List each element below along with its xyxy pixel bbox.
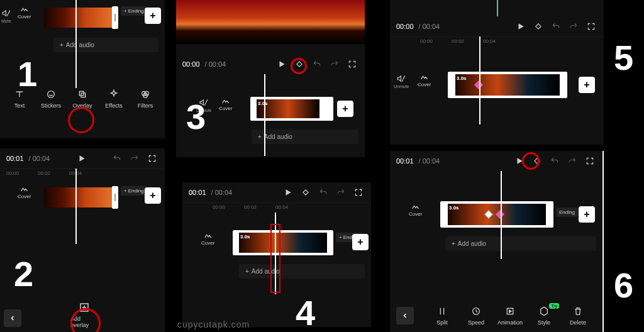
- video-clip[interactable]: [44, 8, 113, 28]
- redo-button[interactable]: [566, 155, 579, 167]
- add-clip-button[interactable]: +: [579, 77, 595, 93]
- redo-button[interactable]: [335, 186, 347, 199]
- plus-icon: +: [60, 42, 64, 48]
- playhead[interactable]: [264, 74, 265, 156]
- clip-handle-right[interactable]: [112, 186, 118, 209]
- tool-label: Stickers: [41, 102, 61, 109]
- time-duration: / 00:04: [211, 189, 233, 196]
- playhead[interactable]: [479, 36, 480, 124]
- tool-animation[interactable]: Animation: [496, 306, 524, 326]
- keyframe-button[interactable]: [531, 155, 543, 167]
- undo-button[interactable]: [317, 186, 330, 199]
- playbar-2: 00:01 / 00:04: [0, 148, 165, 169]
- tool-stickers[interactable]: Stickers: [37, 89, 65, 109]
- keyframe-button[interactable]: [532, 20, 545, 33]
- fullscreen-button[interactable]: [585, 20, 597, 33]
- playbar-4: 00:01 / 00:04: [182, 182, 371, 202]
- fullscreen-button[interactable]: [584, 155, 596, 167]
- mute-toggle[interactable]: Mute: [1, 9, 11, 23]
- panel-5: 00:00 / 00:04 00:00 00:02 00:04 Unmute C…: [390, 0, 604, 145]
- playhead[interactable]: [75, 0, 77, 88]
- redo-button[interactable]: [328, 58, 341, 70]
- fullscreen-button[interactable]: [352, 186, 365, 199]
- cover-button[interactable]: Cover: [219, 98, 232, 111]
- add-audio-button[interactable]: + Add audio: [53, 38, 158, 52]
- keyframe-button[interactable]: [299, 186, 312, 199]
- ruler-tick: 00:00: [6, 170, 19, 179]
- back-button[interactable]: [396, 307, 414, 324]
- cover-button[interactable]: Cover: [409, 204, 422, 217]
- step-number-1: 1: [18, 57, 37, 92]
- play-button[interactable]: [513, 155, 526, 167]
- redo-button[interactable]: [567, 20, 580, 33]
- fullscreen-button[interactable]: [346, 58, 358, 70]
- playhead[interactable]: [501, 171, 502, 259]
- undo-button[interactable]: [548, 155, 561, 167]
- tool-label: Animation: [497, 319, 523, 326]
- tool-speed[interactable]: Speed: [462, 306, 490, 326]
- playhead[interactable]: [275, 213, 276, 294]
- playbar-5: 00:00 / 00:04: [390, 16, 604, 36]
- undo-button[interactable]: [311, 58, 323, 70]
- clip-duration: 3.0s: [240, 234, 250, 240]
- video-preview[interactable]: [176, 0, 365, 44]
- add-clip-button[interactable]: +: [579, 206, 595, 223]
- play-button[interactable]: [75, 152, 88, 165]
- add-clip-button[interactable]: +: [145, 8, 161, 24]
- ruler-tick: 00:04: [275, 204, 288, 213]
- play-button[interactable]: [514, 20, 527, 33]
- tool-label: Text: [14, 102, 25, 109]
- tool-split[interactable]: Split: [428, 306, 456, 326]
- clip-duration: 3.0s: [457, 75, 467, 81]
- mute-label: Mute: [1, 19, 11, 23]
- play-button[interactable]: [275, 58, 288, 70]
- ending-button[interactable]: +Ending: [121, 6, 147, 16]
- fullscreen-button[interactable]: [146, 152, 158, 165]
- time-current: 00:00: [396, 23, 414, 30]
- step-number-2: 2: [14, 257, 33, 292]
- overlay-clip[interactable]: 3.0s: [448, 72, 567, 98]
- time-duration: / 00:04: [205, 60, 226, 68]
- tool-overlay[interactable]: Overlay: [69, 89, 96, 109]
- add-clip-button[interactable]: +: [352, 234, 369, 250]
- preview-playhead: [497, 0, 498, 16]
- cover-label: Cover: [201, 240, 214, 246]
- time-ruler-5[interactable]: 00:00 00:02 00:04: [390, 36, 604, 48]
- time-ruler-2[interactable]: 00:00 00:02 00:04: [0, 169, 165, 180]
- unmute-toggle[interactable]: Unmute: [394, 74, 409, 89]
- add-audio-label: Add audio: [458, 240, 486, 247]
- playhead[interactable]: [75, 169, 77, 244]
- cover-button[interactable]: Cover: [418, 74, 431, 87]
- ending-button[interactable]: +Ending: [121, 186, 147, 196]
- tool-filters[interactable]: Filters: [131, 89, 159, 109]
- ruler-tick: 00:02: [38, 170, 50, 179]
- unmute-label: Unmute: [394, 84, 409, 89]
- tool-delete[interactable]: Delete: [564, 306, 592, 326]
- svg-rect-8: [297, 62, 302, 67]
- redo-button[interactable]: [128, 152, 141, 165]
- add-audio-button[interactable]: + Add audio: [252, 130, 358, 144]
- add-overlay-button[interactable]: Add overlay: [70, 302, 98, 328]
- tool-effects[interactable]: Effects: [100, 89, 128, 109]
- add-clip-button[interactable]: +: [145, 187, 161, 204]
- ending-button[interactable]: Ending: [556, 208, 578, 217]
- add-audio-button[interactable]: + Add audio: [445, 236, 596, 251]
- cover-button[interactable]: Cover: [18, 186, 31, 199]
- play-button[interactable]: [282, 186, 294, 199]
- undo-button[interactable]: [111, 152, 123, 165]
- clip-handle-right[interactable]: [112, 6, 118, 29]
- tool-style[interactable]: StyleTry: [530, 306, 558, 326]
- video-clip[interactable]: [44, 187, 113, 208]
- cover-button[interactable]: Cover: [201, 233, 214, 246]
- add-audio-button[interactable]: + Add audio: [239, 264, 365, 279]
- keyframe-button[interactable]: [293, 58, 306, 70]
- overlay-clip[interactable]: 3.0s: [250, 97, 333, 121]
- add-clip-button[interactable]: +: [337, 101, 353, 117]
- overlay-clip[interactable]: 3.0s: [440, 201, 553, 228]
- time-ruler-4[interactable]: 00:00 00:02 00:04: [182, 202, 371, 214]
- undo-button[interactable]: [550, 20, 562, 33]
- back-button[interactable]: [4, 309, 21, 327]
- plus-icon: +: [245, 268, 249, 275]
- overlay-clip[interactable]: 3.0s: [233, 230, 333, 255]
- cover-button[interactable]: Cover: [18, 6, 31, 19]
